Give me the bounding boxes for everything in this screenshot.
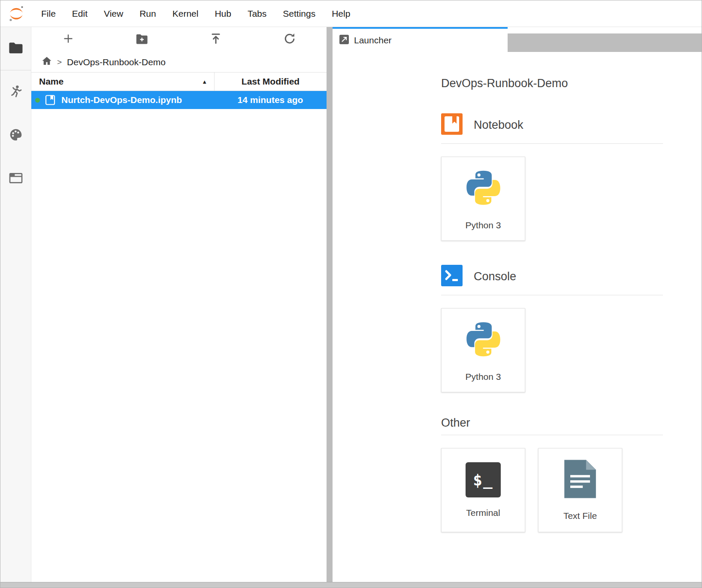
folder-icon: [9, 42, 23, 56]
menu-tabs[interactable]: Tabs: [239, 9, 275, 19]
new-launcher-button[interactable]: [31, 27, 105, 52]
card-label-python3: Python 3: [466, 220, 501, 230]
section-label-other: Other: [441, 416, 470, 430]
menu-edit[interactable]: Edit: [64, 9, 96, 19]
launcher-panel: DevOps-Runbook-Demo Notebook: [333, 52, 702, 582]
launcher-tab-label: Launcher: [354, 35, 392, 45]
sort-ascending-icon: ▲: [202, 79, 207, 85]
plus-icon: [62, 33, 74, 46]
python-logo-icon: [463, 319, 504, 361]
column-header-last-modified[interactable]: Last Modified: [214, 73, 327, 91]
menu-kernel[interactable]: Kernel: [164, 9, 207, 19]
notebook-cards: Python 3: [441, 157, 663, 241]
menu-run[interactable]: Run: [131, 9, 164, 19]
python-logo-icon: [463, 167, 504, 210]
menu-bar: File Edit View Run Kernel Hub Tabs Setti…: [0, 0, 702, 27]
launcher-card-terminal[interactable]: $_ Terminal: [441, 448, 525, 532]
sidebar-item-files[interactable]: [0, 27, 31, 70]
launcher-section-console: Console: [441, 265, 663, 288]
notebook-icon: [441, 113, 463, 136]
breadcrumb: > DevOps-Runbook-Demo: [31, 52, 327, 72]
launcher-card-console-python3[interactable]: Python 3: [441, 308, 525, 392]
main-dock-panel: Launcher DevOps-Runbook-Demo: [333, 27, 702, 582]
dock-tab-bar: Launcher: [333, 27, 702, 52]
tabs-icon: [9, 172, 23, 186]
file-browser-toolbar: [31, 27, 327, 52]
section-divider: [441, 435, 663, 435]
running-person-icon: [9, 85, 23, 100]
console-icon: [441, 265, 463, 288]
file-browser-panel: > DevOps-Runbook-Demo Name ▲ Last Modifi…: [31, 27, 327, 582]
menu-help[interactable]: Help: [324, 9, 358, 19]
tab-launcher[interactable]: Launcher: [333, 27, 508, 52]
console-cards: Python 3: [441, 308, 663, 392]
textfile-icon: [563, 459, 597, 500]
launcher-tab-icon: [339, 35, 349, 46]
section-divider: [441, 143, 663, 144]
window-bottom-edge: [0, 582, 702, 588]
section-label-notebook: Notebook: [474, 118, 523, 132]
card-label-text-file: Text File: [563, 511, 597, 521]
kernel-running-dot: [35, 98, 40, 103]
menu-hub[interactable]: Hub: [206, 9, 239, 19]
palette-icon: [9, 128, 23, 143]
jupyterlab-window: File Edit View Run Kernel Hub Tabs Setti…: [0, 0, 702, 588]
menu-settings[interactable]: Settings: [275, 9, 324, 19]
name-column-label: Name: [39, 76, 64, 87]
section-label-console: Console: [474, 270, 516, 283]
new-folder-icon: [136, 33, 148, 46]
file-row-selected[interactable]: Nurtch-DevOps-Demo.ipynb 14 minutes ago: [31, 91, 327, 109]
sidebar-item-open-tabs[interactable]: [0, 157, 31, 200]
file-last-modified: 14 minutes ago: [214, 95, 327, 105]
upload-button[interactable]: [179, 27, 253, 52]
file-name: Nurtch-DevOps-Demo.ipynb: [61, 95, 214, 105]
launcher-cwd-title: DevOps-Runbook-Demo: [441, 77, 663, 90]
jupyter-logo-icon: [6, 4, 26, 24]
terminal-icon: $_: [466, 462, 501, 497]
launcher-section-other: Other: [441, 416, 663, 430]
section-divider: [441, 295, 663, 295]
breadcrumb-separator: >: [57, 58, 62, 67]
left-sidebar: [0, 27, 31, 582]
card-label-terminal: Terminal: [466, 508, 500, 518]
refresh-icon: [283, 32, 296, 47]
breadcrumb-current-folder[interactable]: DevOps-Runbook-Demo: [67, 57, 166, 67]
sidebar-item-command-palette[interactable]: [0, 114, 31, 157]
refresh-button[interactable]: [253, 27, 327, 52]
upload-icon: [209, 32, 222, 47]
launcher-card-text-file[interactable]: Text File: [538, 448, 622, 532]
home-icon[interactable]: [42, 56, 52, 68]
panel-splitter[interactable]: [327, 27, 333, 582]
tab-bar-empty-area: [508, 33, 702, 52]
last-modified-column-label: Last Modified: [242, 76, 300, 87]
notebook-file-icon: [45, 94, 56, 106]
other-cards: $_ Terminal: [441, 448, 663, 532]
file-list-header: Name ▲ Last Modified: [31, 72, 327, 91]
sidebar-item-running[interactable]: [0, 70, 31, 114]
workspace: > DevOps-Runbook-Demo Name ▲ Last Modifi…: [0, 27, 702, 582]
card-label-python3: Python 3: [466, 372, 501, 382]
menu-file[interactable]: File: [33, 9, 64, 19]
column-header-name[interactable]: Name ▲: [31, 73, 214, 91]
launcher-section-notebook: Notebook: [441, 113, 663, 136]
new-folder-button[interactable]: [105, 27, 179, 52]
menu-view[interactable]: View: [96, 9, 131, 19]
launcher-card-notebook-python3[interactable]: Python 3: [441, 157, 525, 241]
